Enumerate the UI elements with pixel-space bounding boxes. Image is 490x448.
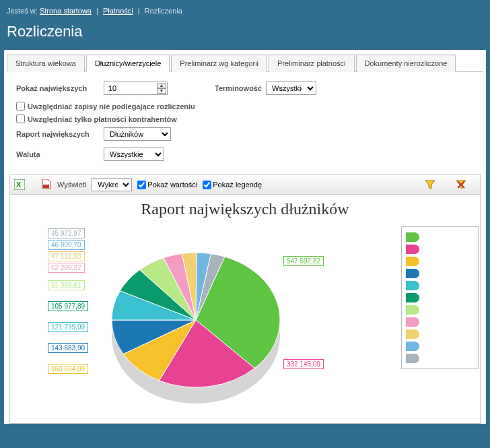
legend-swatch: [406, 232, 419, 242]
raport-label: Raport największych: [16, 130, 104, 138]
breadcrumb-prefix: Jesteś w:: [7, 7, 38, 15]
legend: [401, 226, 479, 369]
chart-title: Raport największych dłużników: [14, 200, 476, 218]
legend-swatch: [406, 354, 419, 363]
terminowosc-select[interactable]: Wszystkie: [266, 82, 316, 95]
chk-pokaz-legende-label: Pokaż legendę: [213, 181, 262, 189]
tab-dokumenty[interactable]: Dokumenty nierozliczone: [356, 55, 456, 72]
waluta-select[interactable]: Wszystkie: [104, 148, 164, 161]
tab-preliminarz-platnosci[interactable]: Preliminarz płatności: [269, 55, 354, 72]
chk-pokaz-wartosci-label: Pokaż wartości: [147, 181, 197, 189]
svg-text:X: X: [16, 181, 22, 189]
wyswietl-select[interactable]: Wykres: [92, 178, 132, 191]
pdf-icon[interactable]: [41, 179, 52, 190]
chk-pokaz-wartosci[interactable]: [137, 181, 146, 189]
svg-rect-3: [43, 185, 49, 188]
legend-swatch: [406, 269, 419, 278]
value-label: 160 034,09: [48, 364, 88, 374]
tab-dluznicy[interactable]: Dłużnicy/wierzyciele: [86, 55, 170, 72]
value-label: 143 683,90: [48, 343, 88, 353]
chk-pokaz-legende[interactable]: [203, 181, 211, 189]
value-label: 46 809,70: [48, 240, 85, 250]
legend-swatch: [406, 293, 419, 302]
value-label: 91 359,61: [48, 280, 85, 290]
legend-item: [406, 340, 474, 352]
filter-icon[interactable]: [425, 179, 435, 190]
legend-swatch: [406, 317, 419, 327]
breadcrumb: Jesteś w: Strona startowa | Płatności | …: [0, 0, 490, 20]
chk-zapisy[interactable]: [16, 102, 25, 110]
value-label: 105 977,89: [48, 301, 88, 311]
legend-item: [406, 267, 474, 280]
tab-struktura[interactable]: Struktura wiekowa: [7, 55, 85, 72]
breadcrumb-current: Rozliczenia: [145, 7, 182, 15]
legend-swatch: [406, 245, 419, 254]
terminowosc-label: Terminowość: [215, 84, 262, 92]
chk-platnosci[interactable]: [16, 115, 25, 123]
wyswietl-label: Wyświetl: [57, 181, 86, 189]
pie-container: 547 592,82332 145,09160 034,09143 683,90…: [14, 222, 479, 418]
pie-chart: [102, 236, 290, 411]
page-title: Rozliczenia: [0, 20, 490, 50]
legend-swatch: [406, 257, 419, 266]
value-label: 47 111,83: [48, 251, 85, 261]
legend-item: [406, 231, 474, 243]
legend-swatch: [406, 281, 419, 290]
pokaz-label: Pokaż największych: [16, 84, 104, 92]
legend-item: [406, 255, 474, 267]
breadcrumb-link-home[interactable]: Strona startowa: [40, 7, 92, 15]
pokaz-spin-down[interactable]: ▼: [157, 88, 166, 94]
legend-item: [406, 243, 474, 255]
value-label: 332 145,09: [283, 359, 324, 369]
breadcrumb-link-payments[interactable]: Płatności: [103, 7, 133, 15]
legend-swatch: [406, 329, 419, 339]
legend-item: [406, 328, 474, 340]
legend-item: [406, 280, 474, 292]
value-label: 45 972,97: [48, 228, 85, 238]
legend-swatch: [406, 342, 419, 351]
tabs: Struktura wiekowa Dłużnicy/wierzyciele P…: [7, 54, 483, 72]
content-panel: Struktura wiekowa Dłużnicy/wierzyciele P…: [4, 50, 486, 424]
legend-item: [406, 316, 474, 328]
excel-icon[interactable]: X: [14, 179, 25, 190]
filter-clear-icon[interactable]: [456, 179, 466, 190]
chart-area: Raport największych dłużników 547 592,82…: [9, 195, 481, 424]
pokaz-spin-up[interactable]: ▲: [157, 83, 166, 88]
value-label: 547 592,82: [283, 256, 324, 266]
waluta-label: Waluta: [16, 150, 104, 158]
value-label: 62 209,22: [48, 263, 85, 273]
legend-item: [406, 292, 474, 304]
filters-panel: Pokaż największych ▲ ▼ Terminowość Wszys…: [4, 72, 486, 174]
raport-select[interactable]: Dłużników: [104, 127, 171, 141]
chk-zapisy-label: Uwzględniać zapisy nie podlegające rozli…: [28, 102, 195, 110]
tab-preliminarz-kategorii[interactable]: Preliminarz wg kategorii: [171, 55, 267, 72]
legend-item: [406, 352, 474, 364]
legend-item: [406, 304, 474, 316]
svg-marker-4: [425, 181, 435, 189]
value-label: 121 739,99: [48, 322, 88, 332]
legend-swatch: [406, 305, 419, 315]
chart-toolbar: X Wyświetl Wykres Pokaż wartości Pokaż l…: [9, 174, 481, 195]
chk-platnosci-label: Uwzględniać tylko płatności kontrahentów: [28, 115, 177, 123]
